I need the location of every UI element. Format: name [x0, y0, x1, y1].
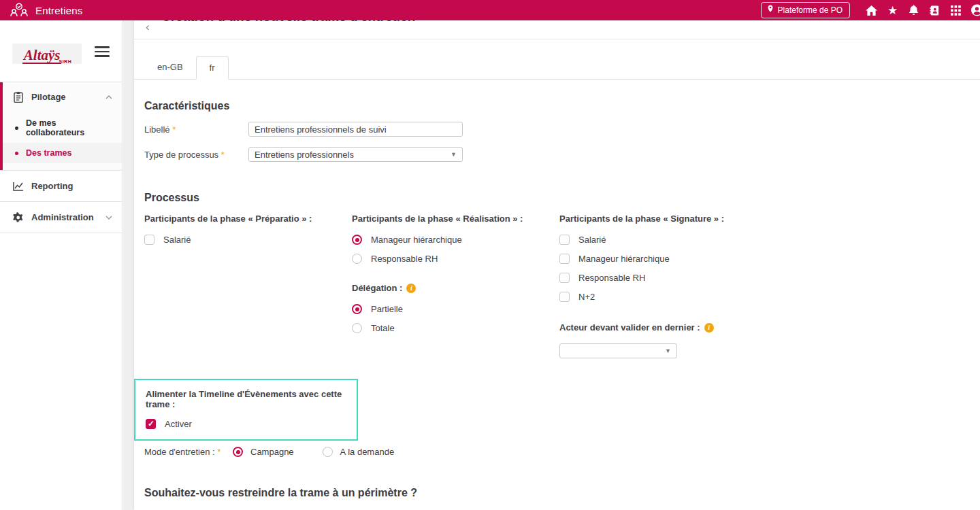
signature-salarie-option: Salarié: [559, 235, 767, 245]
realisation-manageur-option: Manageur hiérarchique: [352, 235, 559, 245]
nav-pilotage-label: Pilotage: [31, 92, 66, 102]
partielle-radio[interactable]: [352, 304, 362, 314]
altays-logo-sub: SIRH: [59, 59, 71, 64]
libelle-label: Libellé *: [144, 124, 248, 135]
apps-grid-icon[interactable]: [950, 5, 962, 16]
nav-collaborateurs-label: De mes collaborateurs: [26, 118, 115, 137]
signature-salarie-checkbox[interactable]: [559, 235, 570, 245]
nav-divider: [0, 233, 122, 233]
chart-icon: [12, 180, 24, 192]
required-asterisk: *: [221, 150, 225, 160]
manageur-radio[interactable]: [352, 235, 362, 245]
platform-po-label: Plateforme de PO: [778, 5, 843, 15]
acteur-select[interactable]: ▼: [559, 343, 677, 358]
chevron-down-icon: [105, 216, 112, 220]
sidebar-item-de-mes-collaborateurs[interactable]: De mes collaborateurs: [0, 113, 122, 143]
timeline-activer-option: Activer: [146, 419, 346, 429]
entretiens-app-icon: [9, 3, 29, 18]
delegation-totale-option: Totale: [352, 323, 559, 333]
account-icon[interactable]: [971, 5, 980, 16]
delegation-label: Délégation :: [352, 283, 559, 293]
back-arrow-icon[interactable]: ‹: [146, 20, 150, 34]
layout-gutter: [123, 20, 134, 510]
signature-heading: Participants de la phase « Signature » :: [559, 214, 767, 224]
tab-fr[interactable]: fr: [196, 56, 229, 80]
home-icon[interactable]: [866, 5, 877, 16]
bullet-icon: [15, 126, 18, 130]
chevron-up-icon: [105, 95, 112, 99]
libelle-input[interactable]: [248, 122, 463, 137]
section-processus-heading: Processus: [144, 192, 980, 204]
top-bar: Entretiens Plateforme de PO ★: [0, 0, 980, 20]
bullet-icon: [15, 152, 18, 155]
timeline-label: Alimenter la Timeline d'Évènements avec …: [146, 389, 346, 409]
section-perimetre-heading: Souhaitez-vous restreindre la trame à un…: [144, 487, 980, 499]
libelle-row: Libellé *: [144, 122, 980, 137]
type-processus-row: Type de processus * Entretiens professio…: [144, 147, 980, 162]
mode-entretien-row: Mode d'entretien : * Campagne A la deman…: [144, 447, 980, 457]
sidebar-item-des-trames[interactable]: Des trames: [0, 143, 122, 163]
signature-n2-option: N+2: [559, 292, 767, 302]
address-book-icon[interactable]: [929, 5, 941, 16]
column-signature: Participants de la phase « Signature » :…: [559, 214, 767, 358]
nav-administration-label: Administration: [31, 212, 94, 222]
preparation-heading: Participants de la phase « Préparatio » …: [144, 214, 352, 224]
realisation-heading: Participants de la phase « Réalisation »…: [352, 214, 559, 224]
signature-n2-checkbox[interactable]: [559, 292, 570, 302]
app-title: Entretiens: [35, 5, 83, 16]
sidebar-item-reporting[interactable]: Reporting: [0, 170, 122, 201]
sidebar: Altaÿs SIRH Pilotage: [0, 20, 122, 510]
gear-icon: [12, 211, 24, 223]
responsable-rh-radio[interactable]: [352, 254, 362, 264]
sidebar-item-administration[interactable]: Administration: [0, 201, 122, 233]
required-asterisk: *: [217, 447, 220, 457]
mode-demande-option: A la demande: [323, 447, 395, 457]
signature-rh-checkbox[interactable]: [559, 273, 570, 283]
partielle-label: Partielle: [371, 304, 403, 314]
info-icon[interactable]: [704, 323, 714, 333]
section-caracteristiques-heading: Caractéristiques: [144, 100, 980, 112]
language-tabs: en-GB fr: [134, 56, 980, 80]
manageur-label: Manageur hiérarchique: [371, 235, 462, 245]
nav-group-pilotage: Pilotage De mes collaborateurs Des trame…: [0, 82, 122, 170]
sidebar-item-pilotage[interactable]: Pilotage: [0, 82, 122, 112]
clipboard-icon: [12, 91, 24, 103]
signature-manageur-option: Manageur hiérarchique: [559, 254, 767, 264]
a-la-demande-radio[interactable]: [323, 447, 333, 457]
campagne-radio[interactable]: [233, 447, 243, 457]
info-icon[interactable]: [406, 284, 416, 293]
type-processus-label: Type de processus *: [144, 150, 248, 160]
mode-entretien-label: Mode d'entretien : *: [144, 447, 233, 457]
activer-checkbox[interactable]: [146, 419, 156, 429]
bell-icon[interactable]: [908, 5, 919, 16]
platform-po-button[interactable]: Plateforme de PO: [761, 2, 850, 18]
sidebar-toggle-icon[interactable]: [95, 46, 110, 57]
caret-down-icon: ▼: [451, 151, 457, 158]
location-pin-icon: [767, 5, 774, 15]
column-preparation: Participants de la phase « Préparatio » …: [144, 214, 352, 358]
app-screen: Entretiens Plateforme de PO ★: [0, 0, 980, 510]
timeline-highlight-box: Alimenter la Timeline d'Évènements avec …: [134, 379, 358, 441]
nav-pilotage-children: De mes collaborateurs Des trames: [0, 112, 122, 170]
required-asterisk: *: [172, 124, 176, 135]
delegation-partielle-option: Partielle: [352, 304, 559, 314]
page-title: Création d'une nouvelle trame d'entretie…: [161, 20, 415, 24]
nav-trames-label: Des trames: [26, 148, 71, 158]
a-la-demande-label: A la demande: [340, 447, 395, 457]
responsable-rh-label: Responsable RH: [371, 254, 438, 264]
nav-reporting-label: Reporting: [31, 181, 73, 191]
preparation-salarie-option: Salarié: [144, 235, 352, 245]
totale-radio[interactable]: [352, 323, 362, 333]
altays-logo: Altaÿs SIRH: [12, 44, 82, 64]
page-header: ‹ Création d'une nouvelle trame d'entret…: [134, 20, 980, 39]
acteur-label: Acteur devant valider en dernier :: [559, 322, 767, 333]
altays-logo-text: Altaÿs: [22, 48, 62, 64]
processus-columns: Participants de la phase « Préparatio » …: [144, 214, 980, 358]
salarie-checkbox[interactable]: [144, 235, 154, 245]
star-icon[interactable]: ★: [887, 5, 898, 16]
campagne-label: Campagne: [250, 447, 294, 457]
signature-manageur-checkbox[interactable]: [559, 254, 570, 264]
realisation-rh-option: Responsable RH: [352, 254, 559, 264]
tab-en-gb[interactable]: en-GB: [144, 56, 196, 80]
type-processus-select[interactable]: Entretiens professionnels ▼: [248, 147, 463, 162]
